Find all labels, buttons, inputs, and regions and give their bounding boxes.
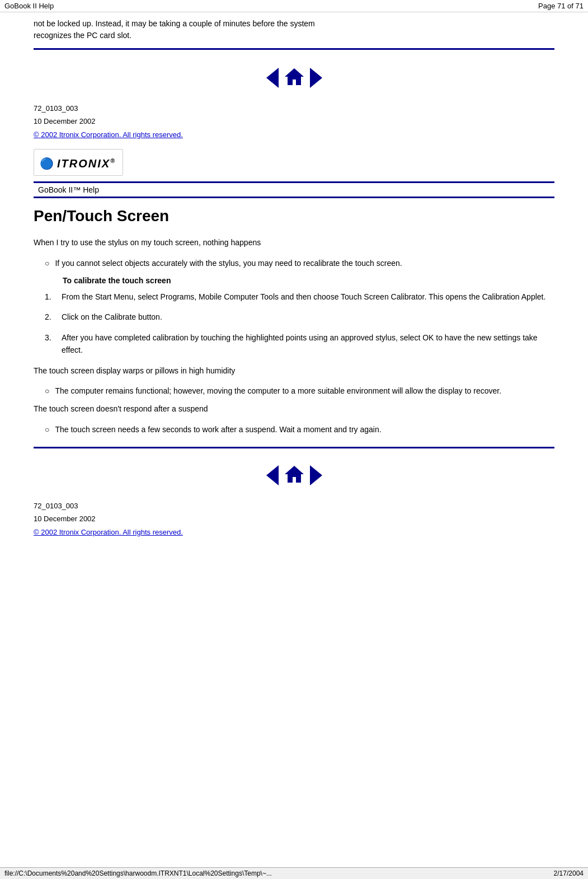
section3-question: The touch screen doesn't respond after a… xyxy=(34,403,554,415)
blue-divider-top xyxy=(34,48,554,50)
bullet-circle-2: ○ xyxy=(45,385,49,397)
footer-date-top: 10 December 2002 xyxy=(34,115,554,128)
num-label-3: 3. xyxy=(45,331,62,344)
bullet-circle-3: ○ xyxy=(45,423,49,436)
section2-bullet1-text: The computer remains functional; however… xyxy=(55,385,501,397)
footer-info-top: 72_0103_003 10 December 2002 © 2002 Itro… xyxy=(34,102,554,141)
num-label-2: 2. xyxy=(45,311,62,323)
section2-bullet-1: ○ The computer remains functional; howev… xyxy=(45,385,554,397)
section-2: The touch screen display warps or pillow… xyxy=(34,364,554,398)
nav-icons-top xyxy=(34,55,554,97)
next-arrow-icon-bottom[interactable] xyxy=(310,465,322,485)
nav-icons-bottom xyxy=(34,453,554,495)
content-area: not be locked up. Instead, it may be tak… xyxy=(0,12,588,544)
section2-question: The touch screen display warps or pillow… xyxy=(34,364,554,377)
section-3: The touch screen doesn't respond after a… xyxy=(34,403,554,436)
app-title: GoBook II Help xyxy=(4,2,54,10)
numbered-item-3: 3. After you have completed calibration … xyxy=(45,331,554,357)
section1-bullet-1: ○ If you cannot select objects accuratel… xyxy=(45,257,554,269)
home-icon-bottom[interactable] xyxy=(284,464,304,486)
footer-code-top: 72_0103_003 xyxy=(34,102,554,115)
section3-bullet-1: ○ The touch screen needs a few seconds t… xyxy=(45,423,554,436)
section1-bullet1-text: If you cannot select objects accurately … xyxy=(55,257,402,269)
num-content-3: After you have completed calibration by … xyxy=(62,331,554,357)
section3-bullet1-text: The touch screen needs a few seconds to … xyxy=(55,423,381,436)
status-bar: file://C:\Documents%20and%20Settings\har… xyxy=(0,867,588,879)
status-date: 2/17/2004 xyxy=(554,869,584,877)
status-path: file://C:\Documents%20and%20Settings\har… xyxy=(4,869,272,877)
brand-name: ITRONIX® xyxy=(57,156,115,171)
copyright-link-top[interactable]: © 2002 Itronix Corporation. All rights r… xyxy=(34,130,183,139)
registered-mark: ® xyxy=(110,157,115,164)
bullet-circle-1: ○ xyxy=(45,257,49,269)
footer-code-bottom: 72_0103_003 xyxy=(34,499,554,512)
gobook-bar-label: GoBook II™ Help xyxy=(38,185,99,194)
svg-marker-0 xyxy=(285,68,304,85)
section1-question: When I try to use the stylus on my touch… xyxy=(34,236,554,249)
numbered-item-1: 1. From the Start Menu, select Programs,… xyxy=(45,291,554,303)
itronix-logo-icon: 🔵 xyxy=(40,157,54,170)
footer-date-bottom: 10 December 2002 xyxy=(34,512,554,525)
calibrate-heading: To calibrate the touch screen xyxy=(63,276,554,285)
numbered-item-2: 2. Click on the Calibrate button. xyxy=(45,311,554,323)
top-bar: GoBook II Help Page 71 of 71 xyxy=(0,0,588,12)
next-arrow-icon[interactable] xyxy=(310,68,322,88)
blue-divider-bottom xyxy=(34,447,554,448)
page-heading: Pen/Touch Screen xyxy=(34,207,554,225)
gobook-bar: GoBook II™ Help xyxy=(34,181,554,198)
intro-paragraph: not be locked up. Instead, it may be tak… xyxy=(34,18,554,41)
svg-marker-1 xyxy=(285,466,304,483)
logo-area: 🔵 ITRONIX® xyxy=(34,149,123,176)
intro-line1: not be locked up. Instead, it may be tak… xyxy=(34,19,315,28)
prev-arrow-icon-bottom[interactable] xyxy=(266,465,279,485)
section-1: When I try to use the stylus on my touch… xyxy=(34,236,554,356)
num-content-2: Click on the Calibrate button. xyxy=(62,311,162,323)
intro-line2: recognizes the PC card slot. xyxy=(34,31,131,40)
page-info: Page 71 of 71 xyxy=(538,2,584,10)
num-content-1: From the Start Menu, select Programs, Mo… xyxy=(62,291,545,303)
prev-arrow-icon[interactable] xyxy=(266,68,279,88)
home-icon[interactable] xyxy=(284,67,304,88)
footer-info-bottom: 72_0103_003 10 December 2002 © 2002 Itro… xyxy=(34,499,554,539)
num-label-1: 1. xyxy=(45,291,62,303)
copyright-link-bottom[interactable]: © 2002 Itronix Corporation. All rights r… xyxy=(34,528,183,536)
